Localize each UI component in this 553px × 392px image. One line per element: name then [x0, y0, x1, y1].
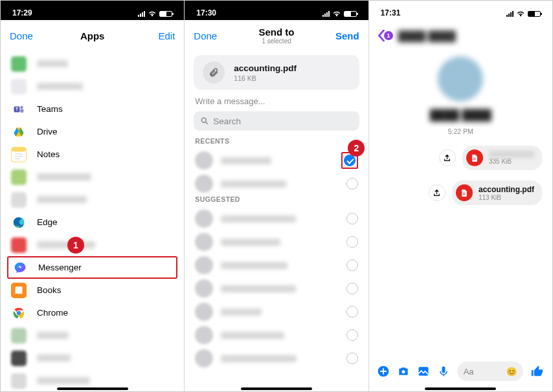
mic-icon[interactable]: [437, 365, 450, 378]
search-input[interactable]: Search: [194, 111, 359, 131]
app-row-blurred[interactable]: [1, 188, 184, 211]
paperclip-icon: [203, 61, 225, 83]
app-icon: [11, 328, 27, 343]
share-icon[interactable]: [439, 149, 456, 166]
apps-header: Done Apps Edit: [1, 20, 184, 49]
contact-row[interactable]: [185, 300, 368, 323]
app-icon: [11, 237, 27, 253]
avatar: [195, 210, 213, 228]
contact-row[interactable]: [185, 323, 368, 347]
chat-title[interactable]: ████ ████: [398, 30, 545, 41]
document-icon: [456, 184, 473, 201]
home-indicator[interactable]: [425, 387, 496, 390]
app-row-Teams[interactable]: TTeams: [1, 98, 184, 120]
contact-name: [221, 239, 338, 246]
avatar: [195, 175, 213, 193]
contact-row[interactable]: [185, 149, 368, 172]
avatar: [195, 349, 213, 367]
app-row-blurred[interactable]: [1, 166, 184, 188]
select-radio[interactable]: [346, 353, 358, 364]
file-name: accounting.pdf: [479, 185, 534, 194]
plus-icon[interactable]: [377, 365, 390, 378]
contact-name: [221, 332, 338, 339]
back-button[interactable]: 1: [377, 30, 393, 41]
status-bar: 17:30: [185, 1, 368, 20]
wifi-icon: [148, 10, 157, 17]
select-radio[interactable]: [346, 213, 358, 224]
app-icon: [11, 79, 27, 94]
app-row-Notes[interactable]: Notes: [1, 143, 184, 166]
svg-point-10: [202, 118, 207, 122]
app-icon: [11, 169, 27, 185]
app-row-Messenger[interactable]: Messenger: [7, 256, 177, 279]
select-radio[interactable]: [346, 259, 358, 271]
sendto-subtitle: 1 selected: [232, 38, 320, 45]
share-icon[interactable]: [429, 184, 446, 201]
contact-name: [221, 180, 338, 188]
contact-row[interactable]: [185, 254, 368, 277]
app-label: Notes: [37, 149, 60, 159]
status-icons: [506, 10, 541, 17]
status-icons: [138, 10, 172, 17]
message-input[interactable]: Aa 😊: [457, 362, 523, 381]
like-button[interactable]: [530, 364, 545, 378]
avatar: [195, 256, 213, 274]
contact-row[interactable]: [185, 172, 368, 195]
battery-icon: [528, 11, 541, 17]
wifi-icon: [332, 10, 341, 17]
select-radio[interactable]: [346, 236, 358, 248]
app-label: [37, 332, 69, 339]
app-row-Drive[interactable]: Drive: [1, 120, 184, 143]
contact-row[interactable]: [185, 230, 368, 254]
contact-name: [221, 355, 338, 362]
books-icon: [11, 283, 27, 298]
app-row-blurred[interactable]: [1, 75, 184, 98]
emoji-icon[interactable]: 😊: [506, 367, 517, 376]
done-button[interactable]: Done: [194, 30, 232, 41]
select-radio[interactable]: [346, 283, 358, 294]
app-label: Drive: [37, 127, 58, 136]
app-row-blurred[interactable]: [1, 324, 184, 347]
home-indicator[interactable]: [241, 387, 312, 390]
recents-list: [185, 149, 368, 195]
app-row-blurred[interactable]: [1, 347, 184, 369]
drive-icon: [11, 124, 27, 140]
app-label: Chrome: [37, 308, 68, 318]
app-label: [37, 196, 87, 203]
camera-icon[interactable]: [397, 365, 410, 378]
select-radio[interactable]: [344, 155, 356, 166]
send-button[interactable]: Send: [321, 30, 359, 41]
file-bubble[interactable]: 335 KiB: [462, 146, 542, 170]
select-radio[interactable]: [346, 178, 358, 190]
app-label: Teams: [37, 104, 63, 114]
screen-chat: 17:31 1 ████ ████ ████ ████ 5:22 PM 335 …: [369, 1, 552, 391]
messenger-icon: [12, 260, 28, 276]
app-row-blurred[interactable]: [1, 234, 184, 256]
app-row-Edge[interactable]: Edge: [1, 211, 184, 234]
svg-rect-5: [12, 147, 26, 151]
select-radio[interactable]: [346, 329, 358, 341]
file-name: [489, 151, 534, 158]
app-label: Messenger: [38, 263, 82, 272]
status-bar: 17:31: [369, 1, 552, 20]
avatar: [195, 279, 213, 298]
document-icon: [466, 149, 483, 166]
contact-name: [221, 215, 338, 223]
done-button[interactable]: Done: [10, 30, 49, 41]
app-row-blurred[interactable]: [1, 52, 184, 75]
select-radio[interactable]: [346, 306, 358, 318]
edit-button[interactable]: Edit: [136, 30, 175, 41]
apps-list[interactable]: TTeamsDriveNotesEdgeMessengerBooksChrome: [1, 52, 184, 391]
message-placeholder: Aa: [464, 367, 474, 376]
gallery-icon[interactable]: [417, 365, 430, 378]
file-bubble[interactable]: accounting.pdf113 KiB: [452, 180, 542, 205]
attachment-size: 116 KB: [234, 74, 297, 82]
app-row-Books[interactable]: Books: [1, 279, 184, 301]
contact-row[interactable]: [185, 277, 368, 300]
contact-row[interactable]: [185, 207, 368, 230]
app-row-Chrome[interactable]: Chrome: [1, 301, 184, 324]
home-indicator[interactable]: [57, 387, 128, 390]
avatar: [195, 303, 213, 321]
write-message-input[interactable]: Write a message...: [185, 95, 368, 111]
contact-row[interactable]: [185, 347, 368, 370]
